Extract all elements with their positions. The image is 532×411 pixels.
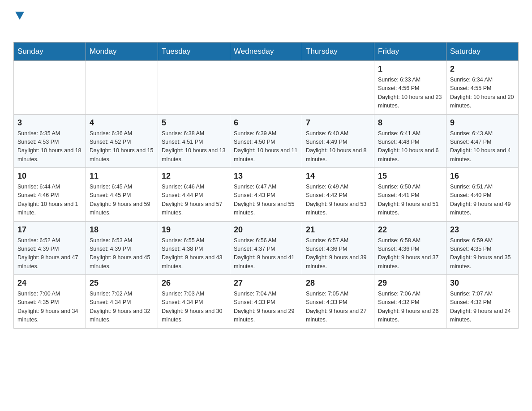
day-info: Sunrise: 7:02 AM Sunset: 4:34 PM Dayligh…: [90, 290, 154, 325]
calendar-cell: 27Sunrise: 7:04 AM Sunset: 4:33 PM Dayli…: [230, 275, 302, 329]
calendar-cell: 21Sunrise: 6:57 AM Sunset: 4:36 PM Dayli…: [302, 221, 374, 275]
day-number: 1: [378, 64, 442, 74]
week-row-4: 17Sunrise: 6:52 AM Sunset: 4:39 PM Dayli…: [14, 221, 519, 275]
day-info: Sunrise: 6:58 AM Sunset: 4:36 PM Dayligh…: [378, 236, 442, 271]
calendar-table: SundayMondayTuesdayWednesdayThursdayFrid…: [13, 42, 519, 329]
day-info: Sunrise: 7:06 AM Sunset: 4:32 PM Dayligh…: [378, 290, 442, 325]
day-number: 20: [234, 225, 298, 235]
calendar-cell: [158, 61, 230, 115]
calendar-cell: 10Sunrise: 6:44 AM Sunset: 4:46 PM Dayli…: [14, 168, 86, 222]
calendar-cell: 23Sunrise: 6:59 AM Sunset: 4:35 PM Dayli…: [446, 221, 519, 275]
calendar-cell: 7Sunrise: 6:40 AM Sunset: 4:49 PM Daylig…: [302, 114, 374, 168]
day-info: Sunrise: 6:51 AM Sunset: 4:40 PM Dayligh…: [450, 183, 515, 218]
day-info: Sunrise: 6:53 AM Sunset: 4:39 PM Dayligh…: [90, 236, 154, 271]
week-row-2: 3Sunrise: 6:35 AM Sunset: 4:53 PM Daylig…: [14, 114, 519, 168]
calendar-cell: [86, 61, 158, 115]
day-info: Sunrise: 6:38 AM Sunset: 4:51 PM Dayligh…: [162, 129, 226, 164]
day-info: Sunrise: 6:35 AM Sunset: 4:53 PM Dayligh…: [17, 129, 82, 164]
calendar-cell: 13Sunrise: 6:47 AM Sunset: 4:43 PM Dayli…: [230, 168, 302, 222]
day-number: 8: [378, 118, 442, 128]
calendar-cell: 9Sunrise: 6:43 AM Sunset: 4:47 PM Daylig…: [446, 114, 519, 168]
day-number: 12: [162, 171, 226, 181]
calendar-cell: 19Sunrise: 6:55 AM Sunset: 4:38 PM Dayli…: [158, 221, 230, 275]
weekday-header-saturday: Saturday: [446, 43, 519, 61]
calendar-cell: 3Sunrise: 6:35 AM Sunset: 4:53 PM Daylig…: [14, 114, 86, 168]
day-number: 18: [90, 225, 154, 235]
calendar-cell: [14, 61, 86, 115]
day-number: 15: [378, 171, 442, 181]
day-info: Sunrise: 6:36 AM Sunset: 4:52 PM Dayligh…: [90, 129, 154, 164]
weekday-header-friday: Friday: [374, 43, 446, 61]
calendar-cell: 16Sunrise: 6:51 AM Sunset: 4:40 PM Dayli…: [446, 168, 519, 222]
day-info: Sunrise: 6:44 AM Sunset: 4:46 PM Dayligh…: [17, 183, 82, 218]
calendar-cell: 4Sunrise: 6:36 AM Sunset: 4:52 PM Daylig…: [86, 114, 158, 168]
day-number: 16: [450, 171, 515, 181]
day-info: Sunrise: 6:34 AM Sunset: 4:55 PM Dayligh…: [450, 76, 515, 111]
calendar-cell: [230, 61, 302, 115]
day-info: Sunrise: 6:56 AM Sunset: 4:37 PM Dayligh…: [234, 236, 298, 271]
day-number: 10: [17, 171, 82, 181]
calendar-cell: 17Sunrise: 6:52 AM Sunset: 4:39 PM Dayli…: [14, 221, 86, 275]
logo: [13, 9, 24, 33]
day-number: 30: [450, 278, 515, 288]
day-number: 9: [450, 118, 515, 128]
calendar-cell: 15Sunrise: 6:50 AM Sunset: 4:41 PM Dayli…: [374, 168, 446, 222]
day-number: 4: [90, 118, 154, 128]
day-info: Sunrise: 6:43 AM Sunset: 4:47 PM Dayligh…: [450, 129, 515, 164]
calendar-cell: 26Sunrise: 7:03 AM Sunset: 4:34 PM Dayli…: [158, 275, 230, 329]
day-number: 14: [306, 171, 370, 181]
calendar-cell: 8Sunrise: 6:41 AM Sunset: 4:48 PM Daylig…: [374, 114, 446, 168]
calendar-cell: [302, 61, 374, 115]
day-info: Sunrise: 7:05 AM Sunset: 4:33 PM Dayligh…: [306, 290, 370, 325]
day-number: 13: [234, 171, 298, 181]
day-info: Sunrise: 6:47 AM Sunset: 4:43 PM Dayligh…: [234, 183, 298, 218]
calendar-cell: 30Sunrise: 7:07 AM Sunset: 4:32 PM Dayli…: [446, 275, 519, 329]
day-info: Sunrise: 7:03 AM Sunset: 4:34 PM Dayligh…: [162, 290, 226, 325]
day-info: Sunrise: 7:04 AM Sunset: 4:33 PM Dayligh…: [234, 290, 298, 325]
calendar-cell: 11Sunrise: 6:45 AM Sunset: 4:45 PM Dayli…: [86, 168, 158, 222]
weekday-header-monday: Monday: [86, 43, 158, 61]
week-row-1: 1Sunrise: 6:33 AM Sunset: 4:56 PM Daylig…: [14, 61, 519, 115]
day-number: 21: [306, 225, 370, 235]
day-info: Sunrise: 7:07 AM Sunset: 4:32 PM Dayligh…: [450, 290, 515, 325]
day-number: 28: [306, 278, 370, 288]
weekday-header-row: SundayMondayTuesdayWednesdayThursdayFrid…: [14, 43, 519, 61]
calendar-cell: 29Sunrise: 7:06 AM Sunset: 4:32 PM Dayli…: [374, 275, 446, 329]
day-info: Sunrise: 6:46 AM Sunset: 4:44 PM Dayligh…: [162, 183, 226, 218]
day-number: 25: [90, 278, 154, 288]
calendar-cell: 6Sunrise: 6:39 AM Sunset: 4:50 PM Daylig…: [230, 114, 302, 168]
day-number: 2: [450, 64, 515, 74]
day-info: Sunrise: 6:49 AM Sunset: 4:42 PM Dayligh…: [306, 183, 370, 218]
calendar-cell: 28Sunrise: 7:05 AM Sunset: 4:33 PM Dayli…: [302, 275, 374, 329]
day-info: Sunrise: 6:57 AM Sunset: 4:36 PM Dayligh…: [306, 236, 370, 271]
day-number: 7: [306, 118, 370, 128]
weekday-header-tuesday: Tuesday: [158, 43, 230, 61]
day-info: Sunrise: 6:52 AM Sunset: 4:39 PM Dayligh…: [17, 236, 82, 271]
week-row-5: 24Sunrise: 7:00 AM Sunset: 4:35 PM Dayli…: [14, 275, 519, 329]
day-info: Sunrise: 6:45 AM Sunset: 4:45 PM Dayligh…: [90, 183, 154, 218]
logo-arrow-icon: [15, 12, 24, 21]
day-info: Sunrise: 6:55 AM Sunset: 4:38 PM Dayligh…: [162, 236, 226, 271]
calendar-cell: 1Sunrise: 6:33 AM Sunset: 4:56 PM Daylig…: [374, 61, 446, 115]
calendar-cell: 18Sunrise: 6:53 AM Sunset: 4:39 PM Dayli…: [86, 221, 158, 275]
page-header: [13, 9, 519, 33]
day-number: 5: [162, 118, 226, 128]
weekday-header-thursday: Thursday: [302, 43, 374, 61]
day-number: 11: [90, 171, 154, 181]
day-number: 19: [162, 225, 226, 235]
week-row-3: 10Sunrise: 6:44 AM Sunset: 4:46 PM Dayli…: [14, 168, 519, 222]
calendar-cell: 25Sunrise: 7:02 AM Sunset: 4:34 PM Dayli…: [86, 275, 158, 329]
day-info: Sunrise: 6:40 AM Sunset: 4:49 PM Dayligh…: [306, 129, 370, 164]
day-number: 29: [378, 278, 442, 288]
day-info: Sunrise: 6:33 AM Sunset: 4:56 PM Dayligh…: [378, 76, 442, 111]
day-number: 26: [162, 278, 226, 288]
day-info: Sunrise: 7:00 AM Sunset: 4:35 PM Dayligh…: [17, 290, 82, 325]
calendar-cell: 24Sunrise: 7:00 AM Sunset: 4:35 PM Dayli…: [14, 275, 86, 329]
day-number: 6: [234, 118, 298, 128]
calendar-cell: 2Sunrise: 6:34 AM Sunset: 4:55 PM Daylig…: [446, 61, 519, 115]
day-number: 17: [17, 225, 82, 235]
weekday-header-sunday: Sunday: [14, 43, 86, 61]
day-number: 3: [17, 118, 82, 128]
day-info: Sunrise: 6:50 AM Sunset: 4:41 PM Dayligh…: [378, 183, 442, 218]
day-info: Sunrise: 6:59 AM Sunset: 4:35 PM Dayligh…: [450, 236, 515, 271]
